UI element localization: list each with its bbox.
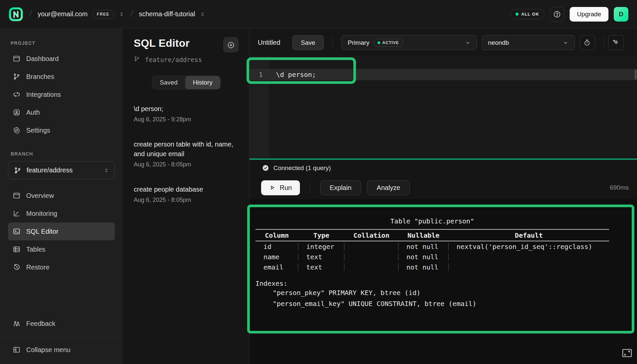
timestamp: Aug 6, 2025 - 8:05pm <box>134 161 239 168</box>
compute-branch-dropdown[interactable]: Primary ACTIVE <box>341 35 477 50</box>
code-editor[interactable]: 1 \d person; <box>249 57 637 158</box>
account-switcher-icon[interactable] <box>119 11 124 18</box>
help-button[interactable] <box>550 7 564 22</box>
history-item[interactable]: \d person; Aug 6, 2025 - 9:28pm <box>134 104 239 123</box>
tab-saved[interactable]: Saved <box>152 76 185 89</box>
upgrade-button[interactable]: Upgrade <box>570 7 608 22</box>
sidebar-item-branches[interactable]: Branches <box>8 68 115 86</box>
sql-editor-icon <box>13 227 21 235</box>
actions-divider <box>310 181 310 194</box>
avatar[interactable]: D <box>614 7 628 22</box>
stopwatch-icon <box>583 39 591 47</box>
run-button[interactable]: Run <box>261 180 300 195</box>
sidebar-item-monitoring[interactable]: Monitoring <box>8 205 115 222</box>
branch-selector[interactable]: feature/address <box>8 161 115 179</box>
query-actions: Run Explain Analyze 690ms <box>249 176 637 199</box>
collapse-menu-button[interactable]: Collapse menu <box>8 341 115 359</box>
chevron-down-icon <box>563 40 569 46</box>
integrations-icon <box>13 91 21 98</box>
saved-history-toggle: Saved History <box>152 76 221 90</box>
monitoring-icon <box>13 210 21 217</box>
sidebar-item-settings[interactable]: Settings <box>8 121 115 139</box>
connection-status: Connected (1 query) <box>273 164 331 172</box>
query-timing-button[interactable] <box>580 35 595 50</box>
sidebar-item-auth[interactable]: Auth <box>8 103 115 121</box>
tab-history[interactable]: History <box>185 76 220 89</box>
sidebar-item-overview[interactable]: Overview <box>8 187 115 205</box>
result-column-header: Collation <box>344 229 398 241</box>
branch-section-label: BRANCH <box>11 151 115 156</box>
query-tab-title[interactable]: Untitled <box>258 39 280 46</box>
indexes-label: Indexes: <box>255 279 609 287</box>
status-ok-dot-icon <box>516 13 519 16</box>
tables-icon <box>13 245 21 253</box>
save-button[interactable]: Save <box>292 35 324 50</box>
code-line[interactable]: \d person; <box>269 71 316 79</box>
auth-icon <box>13 108 21 116</box>
header-divider <box>604 36 604 50</box>
neon-logo-icon[interactable] <box>9 7 23 22</box>
header-divider <box>332 36 333 50</box>
project-name[interactable]: schema-diff-tutorial <box>139 10 195 18</box>
table-row: name text not null <box>255 252 609 262</box>
analyze-button[interactable]: Analyze <box>367 180 410 195</box>
editor-main: Untitled Save Primary ACTIVE neondb <box>249 29 637 364</box>
branch-icon <box>134 56 142 64</box>
database-dropdown[interactable]: neondb <box>482 35 575 50</box>
neon-console: / your@email.com FREE / schema-diff-tuto… <box>0 0 637 364</box>
ai-assist-button[interactable] <box>608 35 624 50</box>
index-line: "person_email_key" UNIQUE CONSTRAINT, bt… <box>255 298 609 309</box>
project-switcher-icon[interactable] <box>200 11 205 18</box>
dashboard-icon <box>13 55 21 63</box>
restore-icon <box>13 263 21 271</box>
active-dot-icon <box>378 41 380 44</box>
explain-button[interactable]: Explain <box>320 180 361 195</box>
fullscreen-icon <box>622 348 632 358</box>
table-row: id integer not null nextval('person_id_s… <box>255 241 609 252</box>
editor-scrollbar[interactable] <box>635 70 637 80</box>
chevron-down-icon <box>465 40 471 46</box>
collapse-panel-icon <box>13 346 21 354</box>
history-item[interactable]: create person table with id, name, and u… <box>134 140 239 168</box>
result-table-title: Table "public.person" <box>255 217 609 225</box>
project-section-label: PROJECT <box>11 40 115 46</box>
sidebar-divider <box>0 338 123 338</box>
connection-status-bar: Connected (1 query) <box>249 160 637 176</box>
sidebar-item-dashboard[interactable]: Dashboard <box>8 50 115 68</box>
expand-results-button[interactable] <box>621 348 633 359</box>
current-branch: feature/address <box>134 56 239 64</box>
settings-icon <box>13 126 21 134</box>
psql-output: Table "public.person" ColumnTypeCollatio… <box>255 217 609 309</box>
result-column-header: Nullable <box>398 229 449 241</box>
line-number: 1 <box>249 71 269 79</box>
history-item[interactable]: create people database Aug 6, 2025 - 8:0… <box>134 185 239 204</box>
result-column-header: Column <box>255 229 298 241</box>
feedback-icon <box>13 320 21 328</box>
result-column-header: Default <box>449 229 609 241</box>
query-duration: 690ms <box>610 184 629 191</box>
results-console: Table "public.person" ColumnTypeCollatio… <box>249 199 637 364</box>
sidebar-item-restore[interactable]: Restore <box>8 258 115 276</box>
sql-editor-panel: SQL Editor feature/address Saved History… <box>123 29 249 364</box>
overview-icon <box>13 192 21 200</box>
plan-badge: FREE <box>92 10 114 19</box>
result-column-header: Type <box>298 229 344 241</box>
status-badge[interactable]: ALL OK <box>510 9 544 19</box>
index-line: "person_pkey" PRIMARY KEY, btree (id) <box>255 287 609 298</box>
sidebar-item-sql-editor[interactable]: SQL Editor <box>8 222 115 240</box>
active-status-badge: ACTIVE <box>374 39 403 47</box>
sidebar: PROJECT Dashboard Branches Integrations … <box>0 29 123 364</box>
history-list: \d person; Aug 6, 2025 - 9:28pm create p… <box>134 104 239 220</box>
sparkles-icon <box>612 39 620 47</box>
breadcrumb-slash: / <box>29 9 33 19</box>
timestamp: Aug 6, 2025 - 8:05pm <box>134 197 239 204</box>
account-email[interactable]: your@email.com <box>38 10 88 18</box>
chevron-updown-icon <box>104 167 109 174</box>
question-circle-icon <box>553 10 561 18</box>
new-query-button[interactable] <box>223 37 239 52</box>
branches-icon <box>13 73 21 81</box>
branch-icon <box>14 166 22 174</box>
sidebar-item-feedback[interactable]: Feedback <box>8 315 115 333</box>
sidebar-item-tables[interactable]: Tables <box>8 240 115 258</box>
sidebar-item-integrations[interactable]: Integrations <box>8 86 115 103</box>
